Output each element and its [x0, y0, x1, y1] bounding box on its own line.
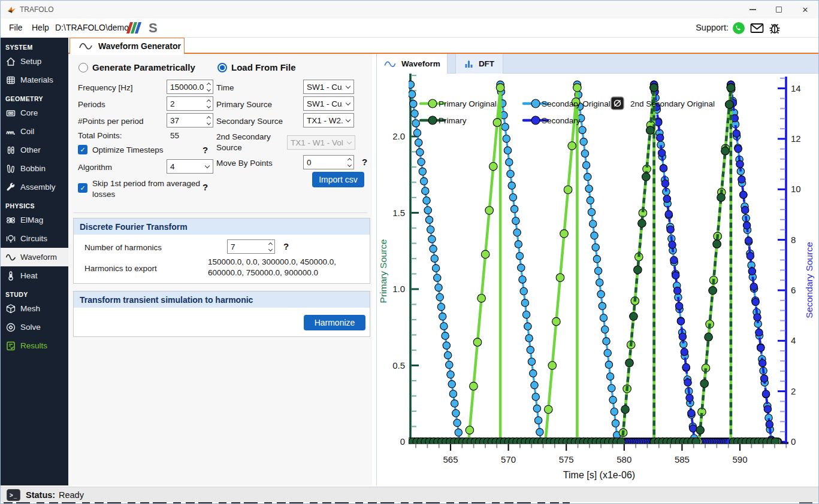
sidebar-item-solve[interactable]: Solve [1, 318, 68, 336]
skip-first-period-label: Skip 1st period from averaged losses [92, 178, 207, 200]
sine-wave-icon [5, 252, 16, 263]
bobbin-icon [5, 163, 16, 174]
optimize-timesteps-checkbox[interactable]: ✓ [78, 145, 87, 154]
frequency-input[interactable]: 150000.0 [167, 80, 213, 94]
optimize-help-icon[interactable]: ? [203, 145, 208, 155]
sidebar-item-waveform[interactable]: Waveform [1, 248, 68, 266]
title-bar: TRAFOLO ✕ [1, 1, 818, 19]
move-by-points-help-icon[interactable]: ? [362, 157, 367, 167]
close-button[interactable]: ✕ [792, 1, 818, 19]
sidebar-item-heat[interactable]: Heat [1, 266, 68, 285]
sidebar-item-elmag[interactable]: ElMag [1, 211, 68, 229]
plot-tab-dft[interactable]: DFT [455, 54, 503, 74]
sidebar-item-label: Assembly [20, 183, 56, 192]
legend-item-secondary-original[interactable]: Secondary Original [524, 99, 611, 108]
atom-icon [5, 215, 16, 226]
debug-bug-icon[interactable] [768, 22, 781, 35]
sidebar-item-label: Solve [20, 323, 41, 332]
svg-text:Secondary Source: Secondary Source [804, 242, 814, 318]
series-primary-original [407, 84, 781, 446]
periods-input[interactable]: 2 [167, 96, 213, 111]
whatsapp-icon[interactable] [732, 22, 745, 35]
svg-text:10: 10 [791, 184, 801, 194]
points-per-period-input[interactable]: 37 [167, 113, 213, 127]
legend-item-primary-original[interactable]: Primary Original [421, 99, 497, 108]
sidebar-item-results[interactable]: Results [1, 336, 68, 355]
plot-tab-label: DFT [479, 59, 494, 68]
email-icon[interactable] [750, 22, 763, 35]
status-value: Ready [59, 490, 84, 500]
minimize-button[interactable] [739, 1, 766, 19]
materials-grid-icon [5, 75, 16, 86]
svg-text:12: 12 [791, 133, 801, 144]
sidebar-item-setup[interactable]: Setup [1, 52, 68, 71]
maximize-button[interactable] [766, 1, 792, 19]
plot-tab-bar: Waveform DFT [377, 54, 819, 74]
plot-tab-label: Waveform [401, 59, 440, 68]
s-logo-icon[interactable]: S [149, 20, 157, 36]
time-dropdown[interactable]: SW1 - Cu.. [303, 80, 354, 94]
svg-text:8: 8 [791, 235, 796, 245]
move-by-points-input[interactable]: 0 [303, 155, 354, 169]
svg-text:1.5: 1.5 [392, 208, 405, 218]
periods-label: Periods [78, 100, 105, 109]
import-csv-button[interactable]: Import csv [312, 172, 364, 187]
total-points-value: 55 [170, 131, 179, 140]
svg-text:Time [s] (x1e-06): Time [s] (x1e-06) [563, 470, 635, 480]
load-from-file-radio[interactable] [217, 63, 227, 72]
tab-waveform-generator[interactable]: Waveform Generator [69, 38, 185, 54]
svg-text:Secondary: Secondary [542, 116, 581, 125]
legend-item-primary[interactable]: Primary [421, 116, 467, 125]
secondary-source-dropdown[interactable]: TX1 - W2.. [303, 113, 354, 127]
optimize-timesteps-label: Optimize Timesteps [92, 145, 164, 154]
sidebar-item-assembly[interactable]: Assembly [1, 178, 68, 196]
skip-help-icon[interactable]: ? [203, 182, 208, 192]
sidebar-item-core[interactable]: Core [1, 104, 68, 122]
legend-item-2nd-secondary-original[interactable]: 2nd Secondary Original [611, 97, 715, 110]
svg-text:590: 590 [732, 454, 747, 464]
plot-tab-waveform[interactable]: Waveform [377, 54, 448, 74]
harmonics-help-icon[interactable]: ? [283, 241, 289, 251]
frequency-label: Frequency [Hz] [78, 83, 133, 92]
waveform-chart: 565570575580585590Time [s] (x1e-06)00.51… [377, 74, 819, 485]
move-by-points-label: Move By Points [216, 159, 273, 168]
status-label: Status: [26, 490, 55, 500]
legend-item-secondary[interactable]: Secondary [524, 116, 581, 125]
algorithm-dropdown[interactable]: 4 [167, 159, 213, 174]
svg-text:0.5: 0.5 [392, 360, 405, 371]
main-tab-label: Waveform Generator [98, 41, 181, 51]
home-icon [5, 56, 16, 67]
plot-panel: Waveform DFT 565570575580585590Time [s] … [376, 54, 819, 485]
stripes-logo-icon[interactable] [128, 22, 144, 34]
sidebar-section-physics: PHYSICS [1, 196, 68, 211]
skip-first-period-checkbox[interactable]: ✓ [78, 183, 87, 193]
other-parts-icon [5, 145, 16, 156]
harmonize-button[interactable]: Harmonize [304, 315, 365, 330]
menu-project-path[interactable]: D:\TRAFOLO\demo [55, 23, 129, 32]
sidebar-item-label: Results [20, 341, 47, 350]
primary-source-dropdown[interactable]: SW1 - Cu.. [303, 96, 354, 111]
sidebar-item-other[interactable]: Other [1, 141, 68, 159]
number-of-harmonics-input[interactable]: 7 [227, 239, 275, 254]
transform-section-title: Transform transient simulation to harmon… [74, 292, 370, 308]
sidebar-item-mesh[interactable]: Mesh [1, 299, 68, 318]
sidebar-item-label: Setup [20, 57, 41, 66]
svg-text:Primary: Primary [439, 116, 467, 125]
sidebar-item-bobbin[interactable]: Bobbin [1, 159, 68, 178]
menu-file[interactable]: File [9, 23, 23, 32]
coil-icon [5, 126, 16, 137]
svg-text:565: 565 [443, 454, 458, 464]
mesh-cube-icon [5, 303, 16, 314]
total-points-label: Total Points: [78, 131, 122, 140]
second-secondary-source-label: 2nd Secondary Source [216, 132, 283, 153]
sidebar-item-label: Mesh [20, 304, 40, 313]
number-of-harmonics-label: Number of harmonics [84, 243, 162, 252]
bar-chart-icon [464, 59, 474, 69]
sidebar-item-label: Coil [20, 127, 34, 136]
generate-parametrically-radio[interactable] [78, 63, 88, 72]
svg-text:2nd Secondary Original: 2nd Secondary Original [630, 99, 715, 108]
menu-help[interactable]: Help [32, 23, 49, 32]
sidebar-item-circuits[interactable]: Circuits [1, 229, 68, 248]
sidebar-item-materials[interactable]: Materials [1, 71, 68, 89]
sidebar-item-coil[interactable]: Coil [1, 122, 68, 141]
